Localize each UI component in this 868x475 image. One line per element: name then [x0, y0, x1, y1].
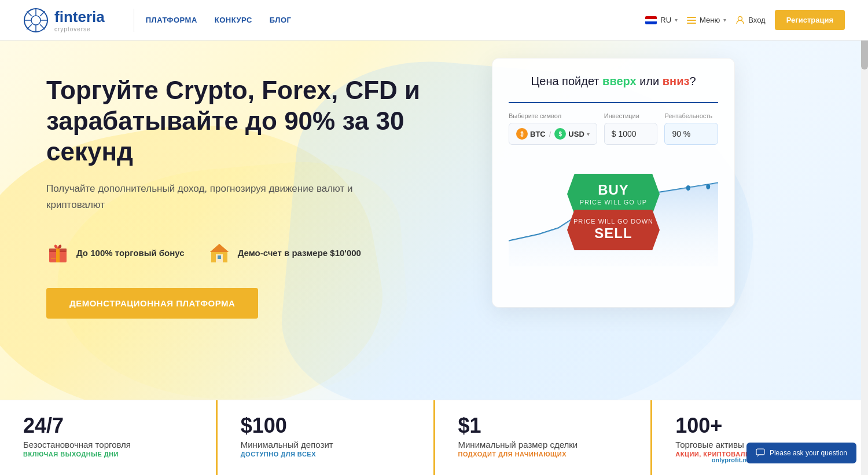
stat-item-1: 24/7 Безостановочная торговля ВКЛЮЧАЯ ВЫ… [0, 400, 218, 475]
hamburger-icon [687, 17, 696, 24]
logo-sub: cryptoverse [54, 26, 105, 32]
usd-icon: $ [554, 128, 566, 140]
symbol-selector[interactable]: ₿ BTC / $ USD ▾ [509, 123, 597, 145]
login-label: Вход [748, 16, 765, 24]
logo-icon [23, 8, 49, 33]
symbol-separator: / [549, 130, 551, 138]
profit-label: Рентабельность [664, 112, 718, 119]
house-icon [208, 242, 231, 265]
register-button[interactable]: Регистрация [775, 10, 845, 30]
scrollbar[interactable] [861, 0, 868, 475]
stat-item-4: 100+ Торговые активы АКЦИИ, КРИПТОВАЛЮТЫ… [652, 400, 868, 475]
hero-title: Торгуйте Crypto, Forex, CFD и зарабатыва… [46, 75, 440, 167]
stat-number-4: 100+ [675, 414, 845, 437]
hero-content: Торгуйте Crypto, Forex, CFD и зарабатыва… [0, 41, 475, 400]
menu-label: Меню [700, 16, 720, 24]
widget-title-down: вниз [663, 75, 690, 87]
svg-line-6 [27, 11, 31, 16]
widget-title-suffix: ? [689, 75, 696, 87]
profit-value: 90 % [672, 129, 690, 138]
chat-label: Please ask your question [770, 449, 847, 457]
profit-field: Рентабельность 90 % [664, 112, 718, 145]
sell-button[interactable]: Price will go DOWN SELL [567, 210, 660, 250]
svg-rect-13 [56, 249, 60, 262]
header-divider [134, 9, 134, 32]
trading-widget: Цена пойдет вверх или вниз? Выберите сим… [492, 58, 735, 308]
svg-point-21 [686, 185, 690, 191]
login-button[interactable]: Вход [735, 16, 765, 25]
symbol-btc: BTC [530, 130, 546, 138]
widget-title-prefix: Цена пойдет [531, 75, 602, 87]
svg-line-9 [27, 24, 31, 29]
lang-label: RU [660, 16, 671, 24]
invest-input[interactable]: $ 1000 [604, 123, 658, 145]
svg-rect-14 [51, 258, 56, 259]
sell-label: SELL [594, 225, 632, 242]
widget-title-up: вверх [602, 75, 637, 87]
symbol-usd: USD [568, 130, 584, 138]
stats-section: 24/7 Безостановочная торговля ВКЛЮЧАЯ ВЫ… [0, 400, 868, 475]
svg-point-1 [31, 16, 41, 25]
trade-buttons: BUY Price will go UP Price will go DOWN … [567, 174, 660, 250]
bonus-item-1: До 100% торговый бонус [46, 242, 185, 265]
buy-label: BUY [598, 182, 629, 199]
stat-number-1: 24/7 [23, 414, 193, 437]
buy-button[interactable]: BUY Price will go UP [567, 174, 660, 214]
svg-marker-18 [210, 244, 229, 252]
stat-sub-2: ДОСТУПНО ДЛЯ ВСЕХ [241, 451, 410, 458]
btc-icon: ₿ [516, 128, 528, 140]
stat-label-3: Минимальный размер сделки [458, 440, 628, 450]
symbol-label: Выберите символ [509, 112, 597, 119]
widget-fields: Выберите символ ₿ BTC / $ USD ▾ Инвестиц… [509, 112, 718, 145]
svg-point-22 [706, 184, 710, 189]
stat-label-1: Безостановочная торговля [23, 440, 193, 450]
flag-icon [645, 16, 657, 24]
symbol-field: Выберите символ ₿ BTC / $ USD ▾ [509, 112, 597, 145]
invest-value: $ 1000 [612, 129, 637, 138]
stat-item-3: $1 Минимальный размер сделки ПОДХОДИТ ДЛ… [435, 400, 653, 475]
stat-label-2: Минимальный депозит [241, 440, 410, 450]
bonus-area: До 100% торговый бонус Демо-счет в разме… [46, 242, 440, 265]
user-icon [735, 16, 745, 25]
invest-label: Инвестиции [604, 112, 658, 119]
stat-number-2: $100 [241, 414, 410, 437]
logo-name: finteria [54, 8, 105, 26]
demo-platform-button[interactable]: ДЕМОНСТРАЦИОННАЯ ПЛАТФОРМА [46, 288, 258, 319]
gift-icon [46, 242, 69, 265]
svg-rect-23 [756, 449, 764, 455]
chat-widget[interactable]: Please ask your question [746, 443, 856, 463]
nav: ПЛАТФОРМА КОНКУРС БЛОГ [146, 16, 646, 24]
lang-chevron-icon: ▾ [675, 17, 678, 23]
chart-area: BUY Price will go UP Price will go DOWN … [509, 156, 718, 295]
nav-platform[interactable]: ПЛАТФОРМА [146, 16, 197, 24]
stat-number-3: $1 [458, 414, 628, 437]
bonus-text-1: До 100% торговый бонус [76, 247, 185, 259]
logo[interactable]: finteria cryptoverse [23, 8, 105, 33]
menu-button[interactable]: Меню ▾ [687, 16, 726, 24]
lang-selector[interactable]: RU ▾ [645, 16, 678, 24]
invest-field: Инвестиции $ 1000 [604, 112, 658, 145]
menu-chevron-icon: ▾ [723, 17, 726, 23]
stat-sub-1: ВКЛЮЧАЯ ВЫХОДНЫЕ ДНИ [23, 451, 193, 458]
bonus-text-2: Демо-счет в размере $10'000 [238, 247, 361, 259]
widget-title-or: или [637, 75, 663, 87]
nav-blog[interactable]: БЛОГ [270, 16, 292, 24]
stat-item-2: $100 Минимальный депозит ДОСТУПНО ДЛЯ ВС… [218, 400, 435, 475]
hero-section: Торгуйте Crypto, Forex, CFD и зарабатыва… [0, 41, 868, 400]
bonus-item-2: Демо-счет в размере $10'000 [208, 242, 361, 265]
logo-text: finteria cryptoverse [54, 8, 105, 32]
nav-contest[interactable]: КОНКУРС [215, 16, 252, 24]
chat-icon [756, 448, 765, 458]
trading-widget-container: Цена пойдет вверх или вниз? Выберите сим… [475, 41, 752, 400]
buy-sub: Price will go UP [580, 199, 647, 206]
profit-display: 90 % [664, 123, 718, 145]
svg-rect-17 [218, 255, 221, 259]
svg-line-7 [40, 24, 45, 29]
sell-sub: Price will go DOWN [573, 218, 653, 225]
hero-subtitle: Получайте дополнительный доход, прогнози… [46, 181, 393, 212]
symbol-chevron-icon: ▾ [587, 131, 590, 137]
header: finteria cryptoverse ПЛАТФОРМА КОНКУРС Б… [0, 0, 868, 41]
svg-line-8 [40, 11, 45, 16]
stat-sub-3: ПОДХОДИТ ДЛЯ НАЧИНАЮЩИХ [458, 451, 628, 458]
widget-title: Цена пойдет вверх или вниз? [509, 75, 718, 88]
